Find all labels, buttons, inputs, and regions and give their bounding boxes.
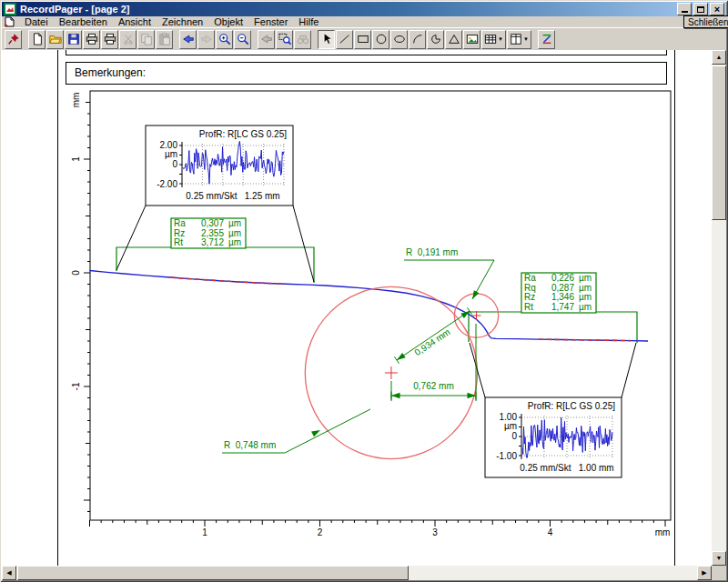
table-tool-button[interactable]: ▼ [481,30,506,49]
svg-text:Rz: Rz [524,292,535,302]
pie-tool-button[interactable] [427,30,444,49]
chart-svg: 1234mm-101mm0,934 mm0,762 mmR 0,191 mmR … [2,50,712,566]
magnifier-minus-icon [237,33,249,45]
nav-back-button[interactable] [258,30,275,49]
svg-text:µm: µm [228,218,241,228]
horizontal-scroll-thumb[interactable] [17,566,409,580]
print-page-button[interactable] [101,30,118,49]
svg-text:1,747: 1,747 [551,302,574,312]
menu-item-hilfe[interactable]: Hilfe [293,16,324,27]
scroll-down-button[interactable]: ▼ [712,551,726,566]
svg-text:µm: µm [579,273,592,283]
save-button[interactable] [65,30,82,49]
layout-tool-button[interactable]: ▼ [507,30,531,49]
image-tool-button[interactable] [463,30,480,49]
circle-icon [375,33,388,45]
page-forward-button [197,30,215,49]
roughness-table-right[interactable]: Ra0,226µmRq0,287µmRz1,346µmRt1,747µm [521,273,596,313]
svg-text:µm: µm [579,302,592,312]
svg-text:-1.00: -1.00 [496,451,517,461]
magnifier-plus-icon [218,33,231,45]
menu-item-objekt[interactable]: Objekt [208,16,248,27]
pin-button[interactable] [5,30,22,49]
svg-text:2: 2 [318,527,323,537]
scrollbar-corner [712,566,726,580]
minimize-icon [682,5,688,13]
svg-text:Rq: Rq [524,283,536,293]
svg-text:0,287: 0,287 [551,283,574,293]
svg-text:0: 0 [71,270,81,276]
profile-inset-top[interactable]: ProfR: R[LC GS 0.25]2.00µm0-2.000.25 mm/… [146,125,293,206]
svg-text:0,762 mm: 0,762 mm [413,381,453,391]
vertical-scrollbar[interactable]: ▲ ▼ [712,50,726,566]
paste-button [156,30,173,49]
zoom-window-button[interactable] [276,30,293,49]
scroll-left-button[interactable]: ◀ [2,566,16,580]
svg-text:mm: mm [655,527,671,537]
profile-inset-bottom[interactable]: ProfR: R[LC GS 0.25]1.00µm0-1.000.25 mm/… [485,397,622,477]
vertical-scroll-thumb[interactable] [712,65,726,220]
scroll-up-button[interactable]: ▲ [712,50,726,65]
application-window: RecordPager - [page 2] × DateiBearbeiten… [0,0,728,582]
new-button[interactable] [28,30,46,49]
new-document-icon [31,33,44,45]
profile-tool-button[interactable] [538,30,555,49]
rectangle-icon [357,33,369,45]
svg-text:3: 3 [432,527,438,537]
remarks-box[interactable]: Bemerkungen: [66,62,667,85]
toolbar: ▼▼ [2,27,726,50]
svg-text:µm: µm [579,283,592,293]
roughness-table-left[interactable]: Ra0,307µmRz2,355µmRt3,712µm [171,218,246,248]
svg-text:0,307: 0,307 [201,218,224,228]
open-folder-icon [49,33,62,45]
svg-text:1,346: 1,346 [551,292,574,302]
svg-text:Ra: Ra [524,273,536,283]
svg-text:µm: µm [579,292,592,302]
svg-text:Rt: Rt [524,302,533,312]
open-button[interactable] [46,30,64,49]
arc-tool-button[interactable] [409,30,426,49]
layout-columns-icon [510,33,522,45]
triangle-tool-button[interactable] [445,30,462,49]
svg-text:-2.00: -2.00 [157,179,177,189]
zoom-out-button[interactable] [234,30,251,49]
save-disk-icon [67,33,80,45]
horizontal-scrollbar[interactable]: ◀ ▶ [2,566,712,580]
menu-item-datei[interactable]: Datei [19,16,54,27]
ellipse-icon [393,33,406,45]
pie-arc-icon [430,33,442,45]
arrow-left-gray-icon [260,33,273,45]
remarks-label: Bemerkungen: [75,66,146,79]
close-icon: × [714,5,720,14]
minimize-button[interactable] [677,3,692,15]
restore-button[interactable] [693,3,708,15]
rectangle-tool-button[interactable] [354,30,371,49]
circle-tool-button[interactable] [372,30,389,49]
menu-item-fenster[interactable]: Fenster [248,16,293,27]
close-tooltip: Schließen [683,15,728,28]
svg-text:R 0,748 mm: R 0,748 mm [224,440,276,450]
arc-icon [411,33,424,45]
menu-item-bearbeiten[interactable]: Bearbeiten [54,16,113,27]
page-back-button[interactable] [179,30,197,49]
close-button[interactable]: × [710,3,724,15]
menu-item-ansicht[interactable]: Ansicht [113,16,157,27]
svg-text:3,712: 3,712 [201,237,224,247]
title-bar: RecordPager - [page 2] × [2,2,726,16]
pushpin-icon [7,33,20,45]
select-tool-button[interactable] [318,30,335,49]
binoculars-icon [297,33,309,45]
document-icon[interactable] [4,16,15,27]
zoom-in-button[interactable] [216,30,233,49]
ellipse-tool-button[interactable] [390,30,408,49]
scroll-right-button[interactable]: ▶ [697,566,712,580]
svg-text:0: 0 [511,431,517,441]
copy-pages-icon [140,33,153,45]
print-button[interactable] [83,30,100,49]
page-canvas[interactable]: 1234mm-101mm0,934 mm0,762 mmR 0,191 mmR … [2,50,712,566]
dropdown-arrow-icon: ▼ [498,36,503,42]
line-tool-button[interactable] [336,30,353,49]
menu-item-zeichnen[interactable]: Zeichnen [157,16,208,27]
arrow-left-blue-icon [182,33,195,45]
svg-text:ProfR: R[LC GS 0.25]: ProfR: R[LC GS 0.25] [528,401,615,411]
